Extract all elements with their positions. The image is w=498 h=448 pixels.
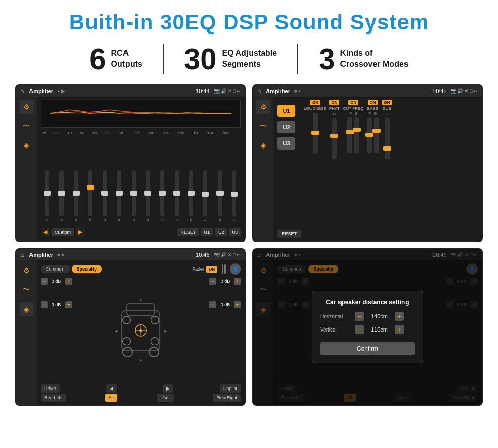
svg-point-14: [139, 329, 142, 332]
vertical-minus-button[interactable]: −: [355, 325, 364, 334]
status-bar-3: ⌂ Amplifier ■ ● 10:46 📷 🔊 ✕ □ ↩: [16, 249, 245, 260]
cutfreq-slider-f[interactable]: [347, 117, 352, 153]
fader-bottom-buttons: Driver ◀ ▶ Copilot: [41, 384, 241, 393]
eq-thumb-1[interactable]: [44, 191, 51, 196]
vertical-value: 110cm: [368, 326, 391, 333]
driver-button-3[interactable]: Driver: [41, 384, 60, 393]
fader-sidebar: ⚙ 〜 ◈: [16, 260, 37, 405]
dialog-horizontal-row: Horizontal − 140cm +: [320, 312, 415, 321]
fader-screen-content: ⚙ 〜 ◈ Common Specialty Fader ON: [16, 260, 245, 405]
loudness-on-badge[interactable]: ON: [310, 100, 320, 105]
home-icon-3[interactable]: ⌂: [20, 251, 24, 258]
stat-rca-number: 6: [89, 44, 106, 74]
stats-row: 6 RCAOutputs 30 EQ AdjustableSegments 3 …: [15, 44, 483, 74]
eq-custom-button[interactable]: Custom: [52, 228, 74, 236]
db-value-4: 0 dB: [218, 302, 232, 307]
status-icons-1: 📷 🔊 ✕ □ ↩: [214, 88, 241, 94]
phat-slider[interactable]: [332, 118, 337, 159]
u3-button[interactable]: U3: [277, 137, 295, 150]
crossover-sidebar-icon-1[interactable]: ⚙: [256, 100, 270, 114]
db-minus-2[interactable]: −: [41, 301, 48, 308]
db-minus-4[interactable]: −: [209, 301, 216, 308]
crossover-reset-button[interactable]: RESET: [277, 230, 301, 238]
sub-slider[interactable]: [385, 118, 390, 159]
phat-on-badge[interactable]: ON: [329, 100, 339, 105]
fader-on-toggle-3[interactable]: ON: [206, 266, 217, 273]
status-time-1: 10:44: [196, 88, 210, 94]
confirm-button[interactable]: Confirm: [320, 342, 415, 355]
vertical-plus-button[interactable]: +: [395, 325, 404, 334]
eq-u3-button[interactable]: U3: [229, 228, 241, 236]
eq-sidebar-icon-1[interactable]: ⚙: [19, 100, 34, 114]
car-diagram: ▲ ▼ ◀ ▶: [80, 278, 201, 381]
crossover-sidebar-icon-3[interactable]: ◈: [256, 138, 270, 153]
eq-slider-1: 0: [42, 170, 53, 222]
app-title-1: Amplifier: [29, 88, 53, 94]
rearleft-button-3[interactable]: RearLeft: [41, 394, 66, 402]
crossover-sidebar-icon-2[interactable]: 〜: [256, 119, 270, 133]
horizontal-plus-button[interactable]: +: [395, 312, 404, 321]
eq-screen-content: ⚙ 〜 ◈: [16, 97, 245, 241]
phat-control: ON PHAT G: [329, 100, 340, 160]
copilot-button-3[interactable]: Copilot: [220, 384, 241, 393]
stat-eq-label: EQ AdjustableSegments: [222, 48, 277, 70]
vertical-label: Vertical: [320, 327, 351, 333]
eq-u2-button[interactable]: U2: [215, 228, 227, 236]
fader-sidebar-icon-2[interactable]: 〜: [19, 283, 34, 297]
u2-button[interactable]: U2: [277, 121, 295, 133]
nav-left-button-3[interactable]: ◀: [106, 384, 117, 393]
sub-on-badge[interactable]: ON: [382, 100, 392, 105]
cutfreq-on-badge[interactable]: ON: [348, 100, 358, 105]
eq-prev-button[interactable]: ◀: [41, 227, 50, 237]
fader-sidebar-icon-3[interactable]: ◈: [19, 302, 34, 316]
eq-u1-button[interactable]: U1: [201, 228, 213, 236]
nav-right-button-3[interactable]: ▶: [163, 384, 173, 393]
screens-grid: ⌂ Amplifier ● ▶ 10:44 📷 🔊 ✕ □ ↩ ⚙ 〜 ◈: [15, 84, 483, 406]
db-plus-1[interactable]: +: [65, 278, 72, 285]
eq-next-button[interactable]: ▶: [76, 227, 85, 237]
fader-right-controls: − 0 dB + − 0 dB +: [205, 278, 241, 381]
stat-crossover: 3 Kinds ofCrossover Modes: [298, 44, 429, 74]
loudness-slider[interactable]: [313, 113, 318, 154]
eq-sidebar-icon-3[interactable]: ◈: [19, 138, 34, 153]
db-plus-4[interactable]: +: [234, 301, 241, 308]
eq-sidebar-icon-2[interactable]: 〜: [19, 119, 34, 133]
bass-slider-f[interactable]: [367, 117, 372, 153]
bass-control: ON BASS F G: [367, 100, 379, 154]
eq-slider-3: 0: [71, 170, 82, 222]
svg-point-9: [123, 338, 131, 345]
rearright-button-3[interactable]: RearRight: [213, 394, 241, 402]
db-plus-3[interactable]: +: [234, 278, 241, 285]
bass-slider-g[interactable]: [374, 117, 379, 153]
fader-sidebar-icon-1[interactable]: ⚙: [19, 263, 34, 278]
eq-screen: ⌂ Amplifier ● ▶ 10:44 📷 🔊 ✕ □ ↩ ⚙ 〜 ◈: [15, 84, 246, 242]
u1-button[interactable]: U1: [277, 105, 295, 117]
db-plus-2[interactable]: +: [65, 301, 72, 308]
bass-on-badge[interactable]: ON: [368, 100, 378, 105]
horizontal-minus-button[interactable]: −: [355, 312, 364, 321]
home-icon-2[interactable]: ⌂: [257, 87, 261, 95]
svg-text:▼: ▼: [139, 358, 142, 363]
db-minus-3[interactable]: −: [209, 278, 216, 285]
eq-reset-button[interactable]: RESET: [177, 228, 199, 236]
main-title: Buith-in 30EQ DSP Sound System: [15, 10, 483, 35]
db-control-4: − 0 dB +: [209, 301, 241, 308]
tab-common-3[interactable]: Common: [41, 265, 70, 273]
db-minus-1[interactable]: −: [41, 278, 48, 285]
status-time-2: 10:45: [432, 88, 447, 94]
fader-bottom-buttons-2: RearLeft All User RearRight: [41, 394, 241, 402]
crossover-main-area: U1 U2 U3 RESET ON LOUDNESS: [273, 97, 482, 241]
fader-left-controls: − 0 dB + − 0 dB +: [41, 278, 76, 381]
tab-specialty-3[interactable]: Specialty: [72, 265, 102, 273]
home-icon-1[interactable]: ⌂: [20, 87, 24, 95]
all-button-3[interactable]: All: [105, 394, 117, 402]
svg-point-5: [123, 347, 133, 357]
cutfreq-slider-g[interactable]: [354, 117, 359, 153]
user-button-3[interactable]: User: [157, 394, 173, 402]
stat-eq-number: 30: [184, 44, 217, 74]
dialog-overlay: Car speaker distance setting Horizontal …: [253, 249, 482, 405]
status-icons-3: 📷 🔊 ✕ □ ↩: [214, 252, 241, 257]
status-indicators-3: ■ ●: [57, 252, 64, 257]
svg-point-6: [149, 347, 159, 357]
eq-freq-labels: 25 32 40 50 63 80 100 125 160 200 250 32…: [41, 130, 241, 136]
